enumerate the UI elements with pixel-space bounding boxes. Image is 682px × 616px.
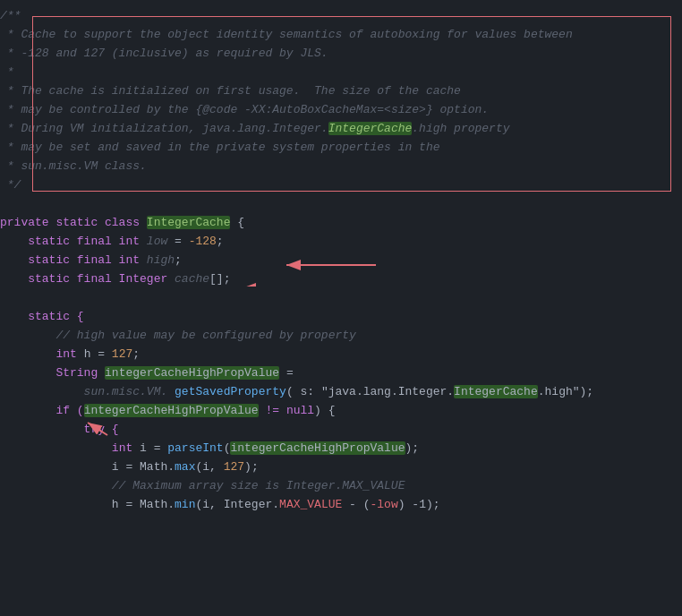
code-line: static final int low = -128; bbox=[0, 233, 682, 252]
line-content: * The cache is initialized on first usag… bbox=[0, 82, 675, 101]
code-line: * sun.misc.VM class. bbox=[0, 158, 682, 176]
code-line: private static class IntegerCache { bbox=[0, 214, 682, 233]
line-content: * may be set and saved in the private sy… bbox=[0, 139, 675, 158]
line-content: if (integerCacheHighPropValue != null) { bbox=[0, 402, 675, 421]
line-content: static final Integer cache[]; bbox=[0, 270, 675, 289]
code-line: static final Integer cache[]; bbox=[0, 270, 682, 289]
code-line: String integerCacheHighPropValue = bbox=[0, 364, 682, 383]
line-content: // Maximum array size is Integer.MAX_VAL… bbox=[0, 477, 675, 496]
code-line: int i = parseInt(integerCacheHighPropVal… bbox=[0, 440, 682, 458]
code-line: * -128 and 127 (inclusive) as required b… bbox=[0, 45, 682, 64]
line-content: private static class IntegerCache { bbox=[0, 214, 675, 233]
line-content: i = Math.max(i, 127); bbox=[0, 458, 675, 477]
line-content: String integerCacheHighPropValue = bbox=[0, 364, 675, 383]
code-line: * may be set and saved in the private sy… bbox=[0, 139, 682, 158]
code-line bbox=[0, 289, 682, 308]
line-content: h = Math.min(i, Integer.MAX_VALUE - (-lo… bbox=[0, 496, 675, 515]
code-line: int h = 127; bbox=[0, 346, 682, 364]
line-content: static final int high; bbox=[0, 252, 675, 270]
code-line: * The cache is initialized on first usag… bbox=[0, 82, 682, 101]
line-content: sun.misc.VM. getSavedProperty( s: "java.… bbox=[0, 383, 675, 402]
line-content: * During VM initialization, java.lang.In… bbox=[0, 120, 675, 139]
code-line: * may be controlled by the {@code -XX:Au… bbox=[0, 101, 682, 120]
code-line: * Cache to support the object identity s… bbox=[0, 26, 682, 45]
code-line: h = Math.min(i, Integer.MAX_VALUE - (-lo… bbox=[0, 496, 682, 515]
line-content: * bbox=[0, 64, 675, 82]
code-line: try { bbox=[0, 421, 682, 440]
line-content: */ bbox=[0, 176, 675, 195]
line-content: * sun.misc.VM class. bbox=[0, 158, 675, 176]
line-content: /** bbox=[0, 7, 675, 26]
line-content: try { bbox=[0, 421, 675, 440]
line-content: static final int low = -128; bbox=[0, 233, 675, 252]
code-lines: /** * Cache to support the object identi… bbox=[0, 7, 682, 515]
line-content: * -128 and 127 (inclusive) as required b… bbox=[0, 45, 675, 64]
code-line: static final int high; bbox=[0, 252, 682, 270]
line-content: int i = parseInt(integerCacheHighPropVal… bbox=[0, 440, 675, 458]
code-line: if (integerCacheHighPropValue != null) { bbox=[0, 402, 682, 421]
line-content: static { bbox=[0, 308, 675, 327]
code-line: * During VM initialization, java.lang.In… bbox=[0, 120, 682, 139]
code-line: */ bbox=[0, 176, 682, 195]
line-content: // high value may be configured by prope… bbox=[0, 327, 675, 346]
code-line: /** bbox=[0, 7, 682, 26]
code-line: // high value may be configured by prope… bbox=[0, 327, 682, 346]
line-content: int h = 127; bbox=[0, 346, 675, 364]
code-line: i = Math.max(i, 127); bbox=[0, 458, 682, 477]
code-line: sun.misc.VM. getSavedProperty( s: "java.… bbox=[0, 383, 682, 402]
code-line: * bbox=[0, 64, 682, 82]
line-content: * Cache to support the object identity s… bbox=[0, 26, 675, 45]
code-line bbox=[0, 195, 682, 214]
code-line: static { bbox=[0, 308, 682, 327]
line-content: * may be controlled by the {@code -XX:Au… bbox=[0, 101, 675, 120]
code-line: // Maximum array size is Integer.MAX_VAL… bbox=[0, 477, 682, 496]
code-editor: /** * Cache to support the object identi… bbox=[0, 0, 682, 522]
